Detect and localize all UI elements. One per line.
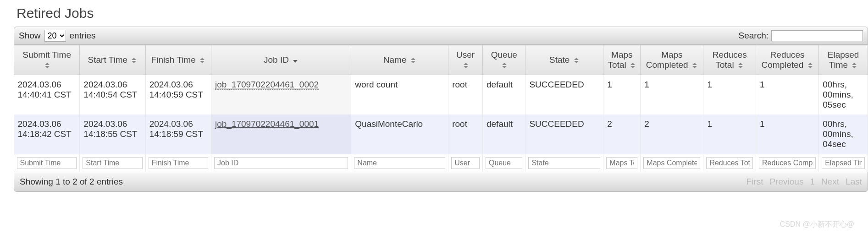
cell-elapsed-time: 00hrs, 00mins, 04sec [819,114,868,154]
cell-queue: default [482,114,525,154]
col-user[interactable]: User [448,45,483,75]
col-queue[interactable]: Queue [482,45,525,75]
cell-state: SUCCEEDED [525,75,603,115]
col-elapsed-time[interactable]: Elapsed Time [819,45,868,75]
table-footer-filters [14,154,868,172]
sort-icon [411,58,416,63]
sort-icon [132,58,137,63]
cell-name: word count [351,75,448,115]
cell-queue: default [482,75,525,115]
entries-label: entries [70,31,96,41]
col-submit-time[interactable]: Submit Time [14,45,80,75]
filter-state[interactable] [528,157,600,169]
cell-start-time: 2024.03.06 14:40:54 CST [80,75,145,115]
col-start-time[interactable]: Start Time [80,45,145,75]
cell-submit-time: 2024.03.06 14:40:41 CST [14,75,80,115]
cell-user: root [448,75,483,115]
paginate-last[interactable]: Last [846,177,862,187]
length-control: Show 20 entries [19,30,96,42]
col-name[interactable]: Name [351,45,448,75]
page-title: Retired Jobs [17,5,868,21]
cell-start-time: 2024.03.06 14:18:55 CST [80,114,145,154]
paginate-next[interactable]: Next [821,177,839,187]
page-size-select[interactable]: 20 [44,30,66,42]
paginate-first[interactable]: First [746,177,763,187]
sort-icon [630,63,636,68]
cell-finish-time: 2024.03.06 14:40:59 CST [145,75,211,115]
show-label: Show [19,31,41,41]
sort-icon [738,63,744,68]
table-row: 2024.03.06 14:40:41 CST 2024.03.06 14:40… [14,75,868,115]
sort-icon [45,63,50,68]
cell-elapsed-time: 00hrs, 00mins, 05sec [819,75,868,115]
filter-maps-completed[interactable] [643,157,700,169]
table-header: Submit Time Start Time Finish Time Job I… [14,45,868,75]
cell-submit-time: 2024.03.06 14:18:42 CST [14,114,80,154]
cell-maps-total: 2 [603,114,641,154]
cell-state: SUCCEEDED [525,114,603,154]
table-row: 2024.03.06 14:18:42 CST 2024.03.06 14:18… [14,114,868,154]
cell-job-id: job_1709702204461_0002 [211,75,351,115]
sort-icon [692,63,698,68]
cell-finish-time: 2024.03.06 14:18:59 CST [145,114,211,154]
filter-submit-time[interactable] [17,157,77,169]
filter-user[interactable] [451,157,480,169]
filter-reduces-completed[interactable] [759,157,816,169]
col-reduces-total[interactable]: Reduces Total [703,45,756,75]
jobs-table: Submit Time Start Time Finish Time Job I… [14,45,868,172]
sort-icon [574,58,580,63]
search-label: Search: [739,31,768,41]
filter-start-time[interactable] [83,157,142,169]
sort-desc-icon [293,58,299,63]
col-reduces-completed[interactable]: Reduces Completed [756,45,819,75]
col-maps-total[interactable]: Maps Total [603,45,641,75]
cell-name: QuasiMonteCarlo [351,114,448,154]
col-maps-completed[interactable]: Maps Completed [641,45,703,75]
cell-maps-completed: 2 [641,114,703,154]
search-control: Search: [739,30,863,41]
table-info: Showing 1 to 2 of 2 entries [20,177,123,187]
pagination: First Previous 1 Next Last [746,177,862,187]
table-footerbar: Showing 1 to 2 of 2 entries First Previo… [14,172,868,192]
cell-maps-completed: 1 [641,75,703,115]
sort-icon [502,63,508,68]
cell-reduces-total: 1 [703,114,756,154]
col-job-id[interactable]: Job ID [211,45,351,75]
col-finish-time[interactable]: Finish Time [145,45,211,75]
sort-icon [808,63,813,68]
job-id-link[interactable]: job_1709702204461_0002 [215,80,319,90]
cell-reduces-completed: 1 [756,75,819,115]
filter-elapsed-time[interactable] [822,157,865,169]
table-toolbar: Show 20 entries Search: [14,27,868,45]
filter-reduces-total[interactable] [706,157,753,169]
paginate-page[interactable]: 1 [810,177,815,187]
sort-icon [852,63,857,68]
search-input[interactable] [771,30,863,41]
job-id-link[interactable]: job_1709702204461_0001 [215,119,319,129]
filter-name[interactable] [354,157,445,169]
filter-finish-time[interactable] [149,157,208,169]
filter-maps-total[interactable] [606,157,637,169]
cell-user: root [448,114,483,154]
cell-reduces-total: 1 [703,75,756,115]
cell-job-id: job_1709702204461_0001 [211,114,351,154]
filter-job-id[interactable] [214,157,348,169]
sort-icon [200,58,205,63]
paginate-previous[interactable]: Previous [770,177,804,187]
cell-maps-total: 1 [603,75,641,115]
sort-icon [464,63,469,68]
filter-queue[interactable] [486,157,522,169]
col-state[interactable]: State [525,45,603,75]
cell-reduces-completed: 1 [756,114,819,154]
